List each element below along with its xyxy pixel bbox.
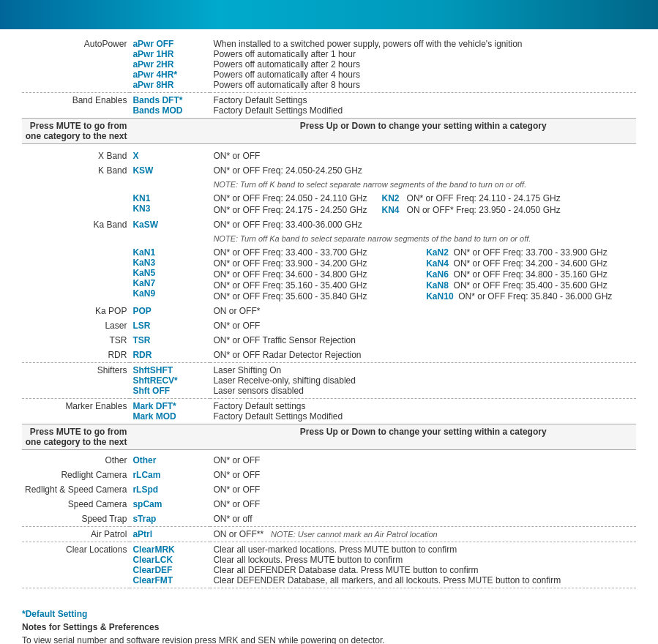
kan6-block: KaN6 ON* or OFF Freq: 34.800 - 35.160 GH… (426, 269, 633, 280)
kan3-code: KaN3 (132, 258, 155, 268)
shftoff-code: Shft OFF (132, 386, 170, 396)
top-bar (0, 0, 658, 29)
kband-desc: ON* or OFF Freq: 24.050-24.250 GHz (210, 163, 636, 178)
clearlck-code: ClearLCK (132, 555, 173, 565)
shftshft-code: ShftSHFT (132, 365, 173, 375)
kn4-block: KN4 ON or OFF* Freq: 23.950 - 24.050 GHz (382, 205, 561, 215)
laser-label: Laser (22, 318, 130, 333)
clearlck-desc: Clear all lockouts. Press MUTE button to… (213, 555, 403, 565)
shifters-label: Shifters (22, 363, 130, 399)
marker-enables-descs: Factory Default settings Factory Default… (210, 399, 636, 424)
kn4-desc: ON or OFF* Freq: 23.950 - 24.050 GHz (407, 205, 561, 215)
kband-note-row: NOTE: Turn off K band to select separate… (22, 178, 636, 191)
kan2-code: KaN2 (426, 247, 449, 258)
kan9-desc: ON* or OFF Freq: 35.600 - 35.840 GHz (213, 291, 420, 302)
rdr-row: RDR RDR ON* or OFF Radar Detector Reject… (22, 348, 636, 363)
kn4-code: KN4 (382, 205, 400, 215)
tsr-code: TSR (132, 335, 150, 345)
apwr-off-code: aPwr OFF (132, 39, 173, 49)
kaband-note: NOTE: Turn off Ka band to select separat… (210, 232, 636, 245)
laser-row: Laser LSR ON* or OFF (22, 318, 636, 333)
marker-enables-row: Marker Enables Mark DFT* Mark MOD Factor… (22, 399, 636, 424)
marker-enables-codes: Mark DFT* Mark MOD (130, 399, 210, 424)
bands-dft-desc: Factory Default Settings (213, 95, 307, 105)
rdr-code: RDR (132, 350, 152, 360)
strap-code: sTrap (132, 514, 156, 524)
apwr-8hr-desc: Powers off automatically after 8 hours (213, 80, 360, 90)
clearfmt-code: ClearFMT (132, 575, 173, 585)
xband-row: X Band X ON* or OFF (22, 149, 636, 163)
clearmrk-code: ClearMRK (132, 544, 174, 555)
kapop-code: POP (132, 306, 151, 316)
kan2-block: KaN2 ON* or OFF Freq: 33.700 - 33.900 GH… (426, 247, 633, 258)
kn2-block: KN2 ON* or OFF Freq: 24.110 - 24.175 GHz (382, 193, 561, 203)
laser-code: LSR (132, 321, 150, 331)
kn2-desc: ON* or OFF Freq: 24.110 - 24.175 GHz (407, 193, 561, 203)
other-code: Other (132, 455, 156, 465)
autopower-codes: aPwr OFF aPwr 1HR aPwr 2HR aPwr 4HR* aPw… (130, 37, 210, 93)
tsr-row: TSR TSR ON* or OFF Traffic Sensor Reject… (22, 333, 636, 348)
clearfmt-desc: Clear DEFENDER Database, all markers, an… (213, 575, 561, 585)
clear-codes: ClearMRK ClearLCK ClearDEF ClearFMT (130, 542, 210, 588)
header1-right: Press Up or Down to change your setting … (210, 119, 636, 144)
mark-mod-code: Mark MOD (132, 411, 176, 422)
kan-rows: KaN1 KaN3 KaN5 KaN7 KaN9 ON* or OFF Freq… (22, 245, 636, 304)
kband-label: K Band (22, 163, 130, 178)
redlight-camera-row: Redlight Camera rLCam ON* or OFF (22, 468, 636, 482)
kn-freq-desc: ON* or OFF Freq: 24.050 - 24.110 GHz KN2… (210, 191, 636, 217)
clearmrk-desc: Clear all user-marked locations. Press M… (213, 544, 457, 555)
apwr-8hr-code: aPwr 8HR (132, 80, 173, 90)
band-enables-descs: Factory Default Settings Factory Default… (210, 93, 636, 119)
marker-enables-label: Marker Enables (22, 399, 130, 424)
apwr-2hr-code: aPwr 2HR (132, 59, 173, 70)
shftrecv-code: ShftRECV* (132, 375, 177, 386)
rdr-desc: ON* or OFF Radar Detector Rejection (210, 348, 636, 363)
aptrl-code: aPtrl (132, 529, 152, 539)
mark-dft-desc: Factory Default settings (213, 401, 305, 411)
kan5-code: KaN5 (132, 268, 155, 278)
header-row-1: Press MUTE to go from one category to th… (22, 119, 636, 144)
apwr-4hr-code: aPwr 4HR* (132, 70, 177, 80)
xband-desc: ON* or OFF (210, 149, 636, 163)
header2-left: Press MUTE to go from one category to th… (22, 424, 130, 450)
air-patrol-row: Air Patrol aPtrl ON or OFF** NOTE: User … (22, 527, 636, 542)
kband-note: NOTE: Turn off K band to select separate… (210, 178, 636, 191)
settings-table: AutoPower aPwr OFF aPwr 1HR aPwr 2HR aPw… (22, 37, 636, 588)
kan1-desc: ON* or OFF Freq: 33.400 - 33.700 GHz (213, 247, 420, 258)
kn3-desc: ON* or OFF Freq: 24.175 - 24.250 GHz (213, 205, 367, 215)
kapop-row: Ka POP POP ON or OFF* (22, 304, 636, 318)
apwr-1hr-desc: Powers off automatically after 1 hour (213, 49, 356, 59)
header2-right: Press Up or Down to change your setting … (210, 424, 636, 450)
cleardef-code: ClearDEF (132, 565, 172, 575)
xband-label: X Band (22, 149, 130, 163)
default-note: *Default Setting (22, 609, 636, 619)
kband-row: K Band KSW ON* or OFF Freq: 24.050-24.25… (22, 163, 636, 178)
kapop-label: Ka POP (22, 304, 130, 318)
header-row-2: Press MUTE to go from one category to th… (22, 424, 636, 450)
air-patrol-desc: ON or OFF** NOTE: User cannot mark an Ai… (210, 527, 636, 542)
cleardef-desc: Clear all DEFENDER Database data. Press … (213, 565, 478, 575)
bands-mod-desc: Factory Default Settings Modified (213, 105, 343, 116)
kaband-row: Ka Band KaSW ON* or OFF Freq: 33.400-36.… (22, 217, 636, 232)
shifters-row: Shifters ShftSHFT ShftRECV* Shft OFF Las… (22, 363, 636, 399)
kn1-kn2-row: KN1 KN3 ON* or OFF Freq: 24.050 - 24.110… (22, 191, 636, 217)
redlight-camera-label: Redlight Camera (22, 468, 130, 482)
bands-mod-code: Bands MOD (132, 105, 182, 116)
kn1-desc: ON* or OFF Freq: 24.050 - 24.110 GHz (213, 193, 367, 203)
kn2-code: KN2 (382, 193, 400, 203)
speed-trap-label: Speed Trap (22, 512, 130, 527)
kn3-code: KN3 (132, 203, 150, 214)
kan-descs: ON* or OFF Freq: 33.400 - 33.700 GHz KaN… (210, 245, 636, 304)
kan7-code: KaN7 (132, 278, 155, 288)
air-patrol-note: NOTE: User cannot mark an Air Patrol loc… (271, 530, 438, 539)
kan8-code: KaN8 (426, 280, 449, 291)
spcam-desc: ON* or OFF (210, 497, 636, 512)
kband-code: KSW (132, 165, 153, 176)
shifters-codes: ShftSHFT ShftRECV* Shft OFF (130, 363, 210, 399)
apwr-2hr-desc: Powers off automatically after 2 hours (213, 59, 360, 70)
kaband-code: KaSW (132, 220, 158, 230)
apwr-4hr-desc: Powers off automatically after 4 hours (213, 70, 360, 80)
shftshft-desc: Laser Shifting On (213, 365, 281, 375)
header1-left: Press MUTE to go from one category to th… (22, 119, 130, 144)
apwr-off-desc: When installed to a switched power suppl… (213, 39, 522, 49)
